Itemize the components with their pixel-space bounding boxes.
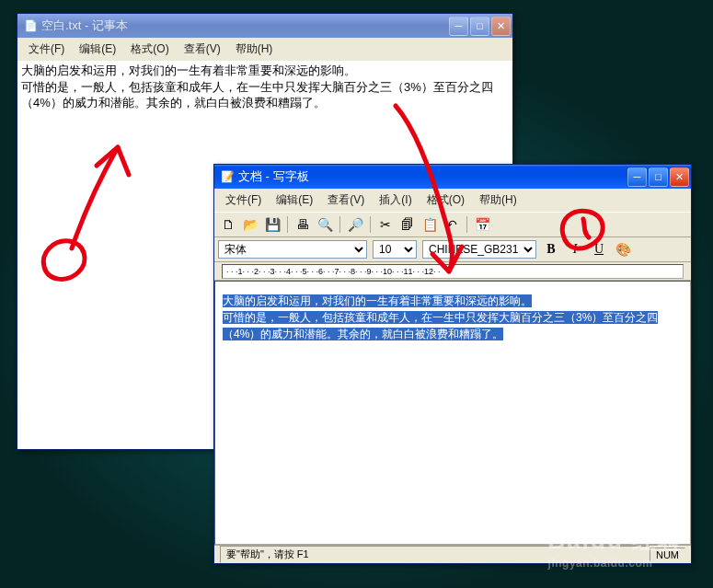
- ruler-scale: · · ·1· · ·2· · ·3· · ·4· · ·5· · ·6· · …: [222, 264, 684, 279]
- menu-view[interactable]: 查看(V): [177, 40, 228, 59]
- wordpad-title: 文档 - 写字板: [238, 168, 627, 185]
- separator: [287, 216, 288, 233]
- menu-format[interactable]: 格式(O): [123, 40, 176, 59]
- menu-view[interactable]: 查看(V): [320, 190, 372, 210]
- menu-file[interactable]: 文件(F): [218, 190, 269, 210]
- font-select[interactable]: 宋体: [218, 240, 367, 259]
- color-button[interactable]: 🎨: [614, 242, 632, 258]
- wordpad-icon: 📝: [220, 169, 235, 184]
- size-select[interactable]: 10: [373, 240, 417, 259]
- maximize-button[interactable]: □: [470, 17, 489, 36]
- separator: [370, 216, 371, 233]
- separator: [339, 216, 340, 233]
- selected-text-line2: 可惜的是，一般人，包括孩童和成年人，在一生中只发挥大脑百分之三（3%）至百分之四…: [223, 311, 658, 340]
- wordpad-window: 📝 文档 - 写字板 ─ □ ✕ 文件(F) 编辑(E) 查看(V) 插入(I)…: [213, 164, 692, 564]
- wordpad-titlebar[interactable]: 📝 文档 - 写字板 ─ □ ✕: [214, 165, 691, 189]
- undo-icon[interactable]: ↶: [442, 214, 462, 235]
- maximize-button[interactable]: □: [649, 167, 668, 187]
- notepad-icon: 📄: [23, 18, 38, 33]
- wordpad-formatbar: 宋体 10 CHINESE_GB2312 B I U 🎨: [214, 237, 691, 262]
- print-icon[interactable]: 🖶: [293, 214, 313, 235]
- date-icon[interactable]: 📅: [472, 214, 492, 235]
- italic-button[interactable]: I: [566, 242, 584, 257]
- underline-button[interactable]: U: [590, 242, 608, 257]
- menu-insert[interactable]: 插入(I): [372, 190, 419, 210]
- new-icon[interactable]: 🗋: [218, 214, 238, 235]
- wordpad-menubar: 文件(F) 编辑(E) 查看(V) 插入(I) 格式(O) 帮助(H): [214, 189, 691, 212]
- menu-edit[interactable]: 编辑(E): [269, 190, 320, 210]
- watermark: Baidu 经验 jingyan.baidu.com: [548, 525, 684, 570]
- bold-button[interactable]: B: [542, 242, 560, 257]
- close-button[interactable]: ✕: [491, 17, 511, 36]
- preview-icon[interactable]: 🔍: [315, 214, 335, 235]
- menu-format[interactable]: 格式(O): [420, 190, 472, 210]
- menu-help[interactable]: 帮助(H): [472, 190, 524, 210]
- minimize-button[interactable]: ─: [627, 167, 647, 187]
- save-icon[interactable]: 💾: [262, 214, 282, 235]
- close-button[interactable]: ✕: [670, 167, 689, 187]
- paste-icon[interactable]: 📋: [420, 214, 440, 235]
- menu-help[interactable]: 帮助(H): [228, 40, 281, 59]
- watermark-main: Baidu 经验: [548, 526, 684, 554]
- script-select[interactable]: CHINESE_GB2312: [422, 240, 536, 259]
- selected-text-line1: 大脑的启发和运用，对我们的一生有着非常重要和深远的影响。: [223, 294, 532, 307]
- separator: [466, 216, 467, 233]
- wordpad-textarea[interactable]: 大脑的启发和运用，对我们的一生有着非常重要和深远的影响。 可惜的是，一般人，包括…: [214, 281, 691, 545]
- ruler[interactable]: · · ·1· · ·2· · ·3· · ·4· · ·5· · ·6· · …: [214, 262, 691, 281]
- notepad-title: 空白.txt - 记事本: [41, 17, 449, 34]
- menu-file[interactable]: 文件(F): [21, 40, 72, 59]
- copy-icon[interactable]: 🗐: [397, 214, 418, 235]
- find-icon[interactable]: 🔎: [345, 214, 365, 235]
- cut-icon[interactable]: ✂: [375, 214, 396, 235]
- minimize-button[interactable]: ─: [449, 17, 468, 36]
- open-icon[interactable]: 📂: [240, 214, 260, 235]
- watermark-sub: jingyan.baidu.com: [548, 557, 684, 570]
- menu-edit[interactable]: 编辑(E): [72, 40, 123, 59]
- notepad-menubar: 文件(F) 编辑(E) 格式(O) 查看(V) 帮助(H): [17, 38, 512, 61]
- wordpad-toolbar: 🗋 📂 💾 🖶 🔍 🔎 ✂ 🗐 📋 ↶ 📅: [214, 212, 691, 237]
- notepad-titlebar[interactable]: 📄 空白.txt - 记事本 ─ □ ✕: [17, 14, 512, 38]
